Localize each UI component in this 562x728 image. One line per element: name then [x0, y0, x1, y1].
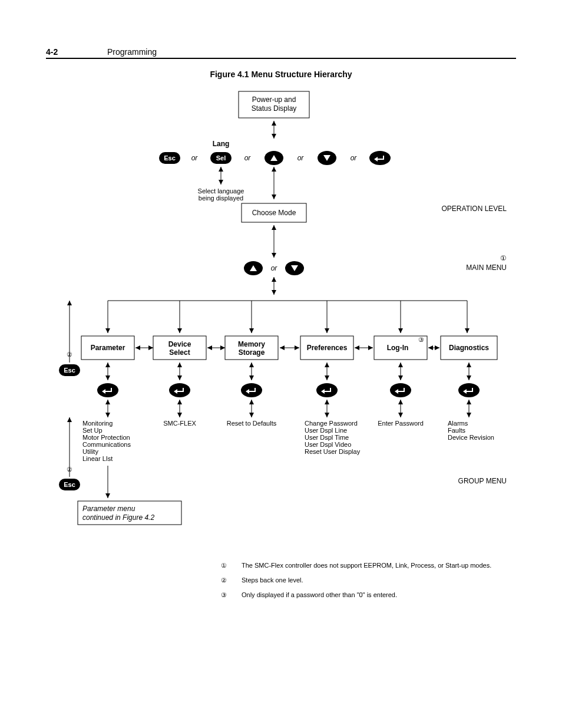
sub-diag-2: Faults: [448, 427, 465, 434]
up-key-1: [265, 151, 283, 165]
box-memory-l1: Memory: [238, 340, 265, 348]
down-key-1: [318, 151, 336, 165]
paramcont-l1: Parameter menu: [82, 505, 135, 513]
sub-login: Enter Password: [378, 420, 424, 427]
operation-level-label: OPERATION LEVEL: [442, 205, 507, 213]
enter-key-memory: [241, 383, 262, 397]
sub-param-4: Communications: [82, 441, 131, 448]
box-memory-l2: Storage: [239, 348, 265, 357]
box-powerup-l1: Power-up and: [252, 95, 296, 104]
foot-text-3: Only displayed if a password other than …: [242, 591, 518, 598]
box-diag: Diagnostics: [449, 344, 489, 352]
enter-key-login: [390, 383, 411, 397]
lang-label: Lang: [213, 140, 230, 148]
svg-text:Sel: Sel: [216, 154, 226, 162]
esc-key-2: Esc: [59, 364, 80, 376]
box-login: Log-In: [387, 344, 409, 352]
enter-key-prefs: [316, 383, 338, 397]
sel-key: Sel: [210, 152, 232, 164]
box-choose: Choose Mode: [252, 209, 296, 217]
enter-key-param: [97, 383, 118, 397]
sub-param-2: Set Up: [82, 427, 103, 434]
or-4: or: [351, 154, 358, 162]
main-menu-label: MAIN MENU: [466, 263, 507, 272]
sub-memory: Reset to Defaults: [227, 420, 277, 427]
enter-key-top: [369, 151, 391, 165]
sub-prefs-2: User Dspl Line: [305, 427, 347, 434]
selectlang-l1: Select language: [198, 187, 244, 195]
sub-prefs-3: User Dspl Time: [305, 434, 349, 441]
ref-1: ①: [500, 254, 507, 262]
or-3: or: [297, 154, 305, 162]
box-prefs: Preferences: [307, 344, 348, 352]
sub-param-6: Linear LIst: [82, 455, 113, 462]
foot-sym-3: ③: [221, 591, 227, 599]
sub-diag-1: Alarms: [448, 420, 468, 427]
selectlang-l2: being displayed: [199, 195, 243, 202]
esc-key: Esc: [159, 152, 180, 164]
enter-key-device: [169, 383, 190, 397]
sub-prefs-4: User Dspl Video: [305, 441, 351, 448]
enter-key-diag: [458, 383, 480, 397]
box-parameter: Parameter: [91, 344, 125, 352]
foot-text-2: Steps back one level.: [242, 577, 518, 584]
foot-sym-2: ②: [221, 577, 227, 584]
sub-param-1: Monitoring: [82, 420, 113, 427]
diagram-svg: Power-up and Status Display Lang Esc or …: [0, 0, 562, 728]
or-1: or: [191, 154, 199, 162]
paramcont-l2: continued in Figure 4.2: [82, 513, 154, 522]
sub-diag-3: Device Revision: [448, 434, 494, 441]
box-powerup-l2: Status Display: [252, 104, 297, 113]
svg-text:Esc: Esc: [164, 154, 176, 162]
sub-prefs-1: Change Password: [305, 420, 358, 427]
svg-text:Esc: Esc: [64, 481, 75, 488]
sub-param-3: Motor Protection: [82, 434, 130, 441]
or-2: or: [244, 154, 252, 162]
sub-device: SMC-FLEX: [163, 420, 196, 427]
sub-param-5: Utility: [82, 448, 98, 455]
foot-sym-1: ①: [221, 562, 227, 569]
or-5: or: [271, 264, 278, 272]
page: 4-2 Programming Figure 4.1 Menu Structur…: [0, 0, 562, 728]
up-key-2: [244, 261, 263, 275]
box-device-l1: Device: [168, 340, 191, 348]
foot-text-1: The SMC-Flex controller does not support…: [242, 562, 518, 569]
sub-prefs-5: Reset User Display: [305, 448, 361, 455]
down-key-2: [285, 261, 304, 275]
group-menu-label: GROUP MENU: [458, 477, 507, 485]
box-device-l2: Select: [169, 348, 190, 357]
svg-text:Esc: Esc: [64, 367, 75, 374]
esc-key-3: Esc: [59, 479, 80, 490]
ref-3: ③: [418, 336, 424, 343]
